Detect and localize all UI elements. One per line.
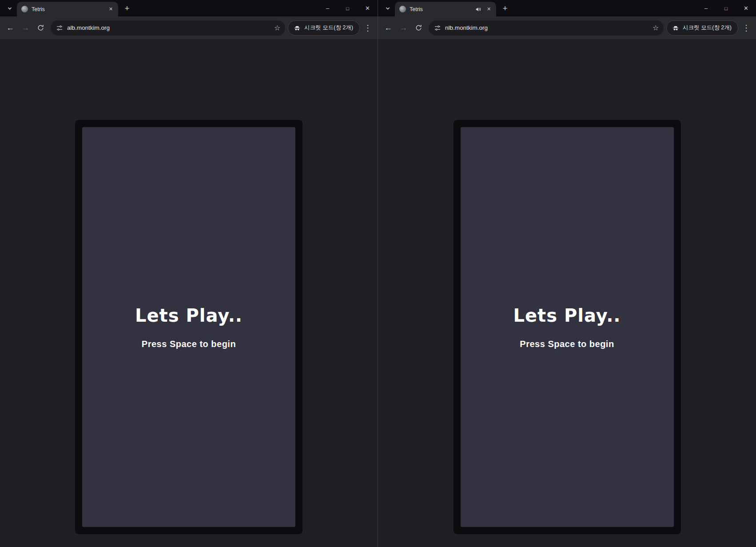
tab-title: Tetris [32,6,103,12]
incognito-icon [294,24,301,32]
browser-window-right: Tetris ✕ + – □ ✕ ← → nlb.montkim.org ☆ [378,0,756,547]
address-bar[interactable]: nlb.montkim.org ☆ [429,20,664,36]
site-info-icon[interactable] [434,24,441,32]
address-bar[interactable]: alb.montkim.org ☆ [51,20,285,36]
incognito-badge-label: 시크릿 모드(창 2개) [683,24,732,32]
incognito-badge[interactable]: 시크릿 모드(창 2개) [288,20,360,36]
tetris-game-board[interactable]: Lets Play.. Press Space to begin [461,127,674,527]
back-button[interactable]: ← [3,20,18,36]
tab-search-button[interactable] [382,2,394,15]
browser-toolbar: ← → nlb.montkim.org ☆ 시크릿 모드(창 2개) ⋮ [378,16,756,39]
site-info-icon[interactable] [56,24,63,32]
browser-window-left: Tetris ✕ + – □ ✕ ← → alb.montkim.org ☆ [0,0,378,547]
game-start-hint: Press Space to begin [142,339,236,349]
game-title: Lets Play.. [135,305,243,326]
reload-icon [415,24,422,32]
tab-favicon-icon [399,6,406,12]
close-window-button[interactable]: ✕ [736,0,756,16]
browser-menu-button[interactable]: ⋮ [740,20,752,36]
tab-strip: Tetris ✕ + – □ ✕ [378,0,756,16]
new-tab-button[interactable]: + [499,2,511,15]
page-content: Lets Play.. Press Space to begin [0,39,378,547]
tab-search-button[interactable] [4,2,16,15]
tab-audio-icon[interactable] [475,6,481,12]
minimize-button[interactable]: – [696,0,716,16]
chevron-down-icon [385,6,390,11]
game-start-hint: Press Space to begin [520,339,614,349]
game-title: Lets Play.. [513,305,621,326]
incognito-badge-label: 시크릿 모드(창 2개) [304,24,353,32]
window-controls: – □ ✕ [696,0,756,16]
page-content: Lets Play.. Press Space to begin [378,39,756,547]
new-tab-button[interactable]: + [121,2,133,15]
tetris-game-board[interactable]: Lets Play.. Press Space to begin [82,127,295,527]
chevron-down-icon [7,6,12,11]
incognito-badge[interactable]: 시크릿 모드(창 2개) [666,20,738,36]
bookmark-star-icon[interactable]: ☆ [271,22,283,34]
url-text: nlb.montkim.org [445,24,645,31]
browser-tab[interactable]: Tetris ✕ [395,2,496,16]
tab-favicon-icon [21,6,28,12]
reload-button[interactable] [411,20,426,36]
url-text: alb.montkim.org [67,24,267,31]
tab-close-icon[interactable]: ✕ [107,5,115,13]
tab-strip: Tetris ✕ + – □ ✕ [0,0,378,16]
browser-toolbar: ← → alb.montkim.org ☆ 시크릿 모드(창 2개) ⋮ [0,16,378,39]
forward-button[interactable]: → [396,20,411,36]
tetris-game-frame: Lets Play.. Press Space to begin [75,120,302,534]
tetris-game-frame: Lets Play.. Press Space to begin [454,120,681,534]
bookmark-star-icon[interactable]: ☆ [649,22,662,34]
close-window-button[interactable]: ✕ [358,0,378,16]
reload-button[interactable] [33,20,48,36]
back-button[interactable]: ← [381,20,396,36]
forward-button[interactable]: → [18,20,33,36]
reload-icon [37,24,44,32]
browser-tab[interactable]: Tetris ✕ [17,2,118,16]
maximize-button[interactable]: □ [338,0,358,16]
incognito-icon [672,24,679,32]
minimize-button[interactable]: – [318,0,338,16]
tab-close-icon[interactable]: ✕ [485,5,493,13]
maximize-button[interactable]: □ [716,0,736,16]
browser-menu-button[interactable]: ⋮ [362,20,374,36]
tab-title: Tetris [410,6,472,12]
window-controls: – □ ✕ [318,0,378,16]
